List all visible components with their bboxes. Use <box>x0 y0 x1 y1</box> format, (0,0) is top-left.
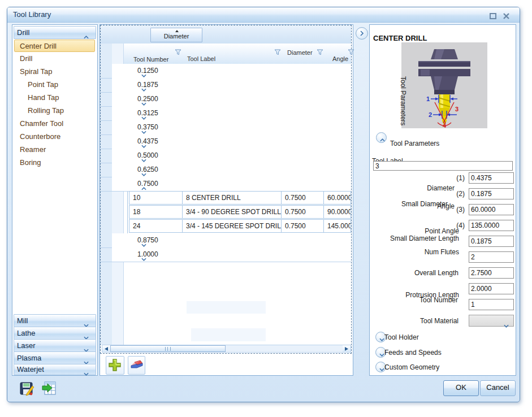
field-marker-3: (3) <box>451 206 465 214</box>
export-table-icon <box>41 380 57 396</box>
group-row[interactable]: 1.0000 <box>112 247 351 262</box>
sidebar-group-waterjet[interactable]: Waterjet <box>14 364 96 375</box>
section-header-tool-holder[interactable]: Tool Holder <box>384 333 419 341</box>
collapse-detail-panel-button[interactable] <box>356 27 368 40</box>
collapse-tool-parameters-button[interactable] <box>376 132 387 143</box>
filter-icon[interactable] <box>317 49 323 55</box>
group-by-diameter-button[interactable]: Diameter <box>150 28 202 42</box>
tool-category-sidebar: Drill Center Drill Drill Spiral Tap Poin… <box>12 24 98 376</box>
export-table-button[interactable] <box>41 380 57 396</box>
field-label-small-diameter-length: Small Diameter Length <box>390 234 459 242</box>
sidebar-item-point-tap[interactable]: Point Tap <box>14 79 95 91</box>
overall-length-input[interactable] <box>469 267 514 279</box>
filter-icon[interactable] <box>175 49 181 55</box>
group-row[interactable]: 0.2500 <box>112 92 351 107</box>
num-flutes-input[interactable] <box>469 251 514 263</box>
small-diameter-length-input[interactable] <box>469 236 514 247</box>
horizontal-scrollbar[interactable] <box>102 345 351 353</box>
chevron-down-icon <box>127 111 132 115</box>
filter-icon[interactable] <box>348 49 354 55</box>
sidebar-item-hand-tap[interactable]: Hand Tap <box>14 92 95 104</box>
chevron-down-icon <box>378 350 383 354</box>
sidebar-item-drill[interactable]: Drill <box>14 53 95 65</box>
field-label-point-angle: Point Angle <box>425 227 459 235</box>
filter-icon[interactable] <box>274 49 281 55</box>
cell-diameter: 0.7500 <box>282 219 324 233</box>
sort-ascending-icon <box>175 30 179 32</box>
sidebar-group-drill[interactable]: Drill <box>14 26 96 39</box>
field-marker-2: (2) <box>451 190 465 198</box>
sidebar-group-mill[interactable]: Mill <box>14 314 96 327</box>
ok-button[interactable]: OK <box>443 380 479 396</box>
section-header-feeds-speeds[interactable]: Feeds and Speeds <box>384 349 442 357</box>
tool-library-dialog: Tool Library Drill Center Drill Drill Sp… <box>7 7 520 402</box>
scrollbar-thumb[interactable] <box>110 345 226 352</box>
diameter-input[interactable] <box>469 172 514 184</box>
sidebar-item-spiral-tap[interactable]: Spiral Tap <box>14 66 95 78</box>
sidebar-item-counterbore[interactable]: Counterbore <box>14 131 95 143</box>
sidebar-group-plasma[interactable]: Plasma <box>14 351 96 364</box>
table-row[interactable]: 10 8 CENTER DRILL 0.7500 60.0000 <box>112 191 351 205</box>
protrusion-length-input[interactable] <box>469 283 514 294</box>
sidebar-item-reamer[interactable]: Reamer <box>14 144 95 156</box>
plus-icon <box>109 359 121 371</box>
tool-grid: Diameter Tool Number Tool Label Diameter… <box>100 25 352 354</box>
scroll-right-arrow[interactable] <box>343 345 351 352</box>
column-header-tool-label[interactable]: Tool Label <box>187 55 215 62</box>
chevron-down-icon <box>87 344 92 348</box>
cell-tool-number: 18 <box>129 205 183 219</box>
cell-tool-label: 8 CENTER DRILL <box>183 191 282 205</box>
column-header-angle[interactable]: Angle <box>332 55 348 62</box>
field-label-overall-length: Overall Length <box>414 269 459 277</box>
small-diameter-input[interactable] <box>469 188 514 199</box>
cell-diameter: 0.7500 <box>282 191 324 205</box>
column-header-diameter[interactable]: Diameter <box>287 49 313 56</box>
group-row[interactable]: 0.5000 <box>112 149 351 163</box>
field-marker-1: (1) <box>451 174 465 182</box>
field-label-tool-number: Tool Number <box>419 296 458 304</box>
group-row[interactable]: 0.1875 <box>112 78 351 93</box>
table-row[interactable]: 24 3/4 - 145 DEGREE SPOT DRILL 0.7500 14… <box>112 219 351 233</box>
sidebar-item-boring[interactable]: Boring <box>14 157 95 169</box>
table-row[interactable]: 18 3/4 - 90 DEGREE SPOT DRILL 0.7500 90.… <box>112 205 351 219</box>
group-row[interactable]: 0.6250 <box>112 163 351 177</box>
sidebar-group-lathe[interactable]: Lathe <box>14 327 96 340</box>
group-row[interactable]: 0.8750 <box>112 233 351 248</box>
sidebar-group-laser[interactable]: Laser <box>14 339 96 352</box>
point-angle-input[interactable] <box>469 220 514 231</box>
restore-icon[interactable] <box>489 12 497 22</box>
chevron-up-icon <box>127 182 132 185</box>
group-row[interactable]: 0.3125 <box>112 106 351 121</box>
svg-text:3: 3 <box>455 106 459 112</box>
title-bar[interactable]: Tool Library <box>7 7 520 23</box>
tool-number-input[interactable] <box>469 299 514 310</box>
save-library-button[interactable] <box>19 380 34 396</box>
delete-tool-button[interactable] <box>128 356 145 375</box>
group-row-expanded[interactable]: 0.7500 <box>112 177 351 192</box>
group-row[interactable]: 0.3750 <box>112 120 351 135</box>
image-vertical-label: Tool Parameters <box>399 76 407 125</box>
scroll-left-arrow[interactable] <box>102 345 110 352</box>
group-row[interactable]: 0.1250 <box>112 64 351 79</box>
add-tool-button[interactable] <box>106 356 124 375</box>
tool-material-select[interactable] <box>469 315 514 327</box>
chevron-down-icon <box>127 97 132 101</box>
cancel-button[interactable]: Cancel <box>480 380 516 396</box>
angle-input[interactable] <box>469 204 514 215</box>
column-header-tool-number[interactable]: Tool Number <box>133 56 168 63</box>
chevron-down-icon <box>87 332 92 335</box>
chevron-down-icon <box>506 320 511 323</box>
chevron-down-icon <box>87 368 92 371</box>
sidebar-item-rolling-tap[interactable]: Rolling Tap <box>14 105 95 117</box>
tool-label-input[interactable] <box>373 161 513 171</box>
sidebar-item-center-drill[interactable]: Center Drill <box>14 40 95 52</box>
sidebar-item-chamfer-tool[interactable]: Chamfer Tool <box>14 118 95 130</box>
chevron-down-icon <box>378 335 383 338</box>
section-header-custom-geometry[interactable]: Custom Geometry <box>384 363 439 371</box>
group-row[interactable]: 0.4375 <box>112 134 351 149</box>
group-by-bar: Diameter <box>101 25 351 44</box>
chevron-down-icon <box>127 83 132 86</box>
chevron-right-icon <box>360 31 364 36</box>
close-icon[interactable] <box>503 12 511 22</box>
cell-angle: 90.0000 <box>324 205 351 219</box>
